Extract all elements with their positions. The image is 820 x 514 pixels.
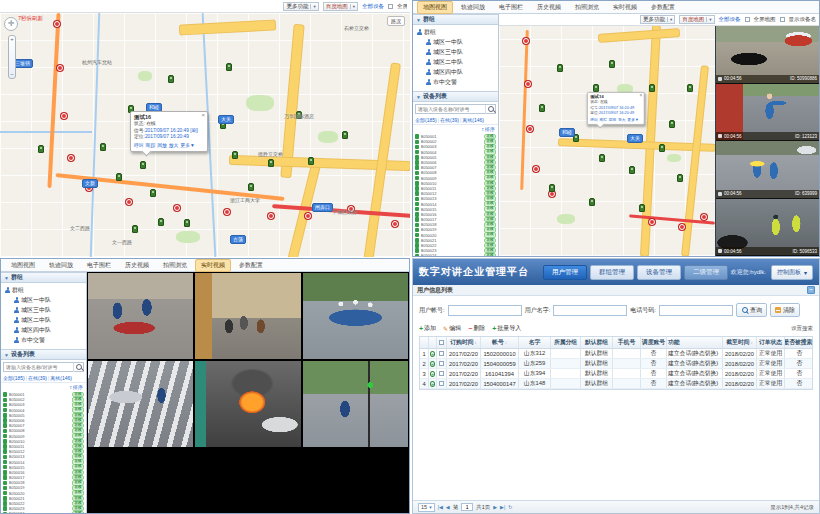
device-marker-icon[interactable] — [140, 161, 146, 169]
module-tab[interactable]: 实时视频 — [195, 259, 231, 272]
device-marker-icon[interactable] — [226, 63, 232, 71]
device-marker-icon[interactable] — [589, 198, 595, 206]
zoom-out-icon[interactable]: − — [9, 72, 15, 77]
column-header[interactable]: 所属分组 — [551, 337, 581, 348]
popup-action-link[interactable]: 回放 — [609, 116, 617, 121]
video-cell-motorcycle-accident[interactable] — [87, 272, 194, 360]
column-header[interactable]: 调度账号 — [641, 337, 667, 348]
show-device-names-checkbox[interactable] — [780, 17, 785, 22]
device-accordion-header[interactable]: ▼设备列表 — [413, 91, 498, 102]
page-number-input[interactable] — [461, 503, 473, 511]
account-input[interactable] — [448, 305, 522, 316]
search-settings-link[interactable]: 设置搜索 — [791, 325, 813, 332]
zoom-in-icon[interactable]: + — [9, 37, 15, 42]
search-icon[interactable] — [73, 363, 83, 372]
column-header[interactable]: 手机号 — [613, 337, 641, 348]
module-tab[interactable]: 电子围栏 — [493, 1, 529, 14]
sort-control[interactable]: ↕排序 — [1, 383, 86, 391]
popup-action-link[interactable]: 放大 — [169, 142, 179, 148]
batch-import-button[interactable]: +批量导入 — [492, 324, 521, 333]
module-tab[interactable]: 参数配置 — [645, 1, 681, 14]
device-marker-icon[interactable] — [132, 225, 138, 233]
tree-node[interactable]: 城区三中队 — [426, 47, 496, 57]
tree-node[interactable]: 城区二中队 — [14, 315, 84, 325]
popup-action-link[interactable]: 呼叫 — [134, 142, 144, 148]
row-checkbox[interactable] — [439, 351, 444, 356]
close-icon[interactable]: × — [201, 112, 205, 118]
filter-tab-online[interactable]: 在线(39) — [28, 375, 47, 381]
platform-nav-button[interactable]: 二级管理 — [684, 265, 728, 280]
tree-node-root[interactable]: 群组 — [417, 27, 496, 37]
table-row[interactable]: 4 + 2017/02/20 1504000147 山东148 默认群组 否 建… — [420, 379, 812, 389]
device-marker-icon[interactable] — [100, 143, 106, 151]
expand-icon[interactable]: + — [430, 371, 435, 377]
more-functions-select[interactable]: 更多功能▾ — [640, 15, 675, 24]
device-marker-icon[interactable] — [184, 219, 190, 227]
device-marker-icon[interactable] — [248, 183, 254, 191]
map-canvas[interactable]: 和睦大关 测试16 × 状态: 在线 信号:2017/09/07 16:20:4… — [499, 26, 715, 256]
device-marker-icon[interactable] — [677, 174, 683, 182]
popup-action-link[interactable]: 更多▼ — [180, 142, 194, 148]
tree-node[interactable]: 市中交警 — [426, 77, 496, 87]
module-tab[interactable]: 轨迹回放 — [43, 259, 79, 272]
column-header[interactable]: 订单状态 — [757, 337, 785, 348]
device-marker-icon[interactable] — [549, 184, 555, 192]
popup-action-link[interactable]: 呼叫 — [590, 116, 598, 121]
page-size-select[interactable]: 15▾ — [418, 503, 435, 512]
tree-node[interactable]: 城区四中队 — [426, 67, 496, 77]
filter-tab-all[interactable]: 全部(185) — [3, 375, 25, 381]
column-header[interactable]: 默认群组 — [581, 337, 613, 348]
module-tab[interactable]: 地图视图 — [417, 1, 453, 14]
phone-input[interactable] — [659, 305, 733, 316]
video-cell-officers-group[interactable]: 00:04:56ID: 5096533 — [716, 199, 819, 257]
tree-node[interactable]: 城区一中队 — [426, 37, 496, 47]
row-checkbox[interactable] — [439, 371, 444, 376]
tree-node[interactable]: 城区四中队 — [14, 325, 84, 335]
video-cell-street-pedestrians[interactable] — [194, 272, 301, 360]
map-type-select[interactable]: 百度地图▾ — [679, 15, 714, 24]
device-marker-icon[interactable] — [38, 145, 44, 153]
first-page-button[interactable]: |◀ — [438, 504, 443, 510]
row-checkbox[interactable] — [439, 381, 444, 386]
expand-icon[interactable]: + — [430, 351, 435, 357]
device-search-input[interactable] — [416, 106, 485, 112]
filter-tab-offline[interactable]: 离线(146) — [462, 117, 484, 123]
control-panel-button[interactable]: 控制面板▾ — [771, 265, 813, 280]
delete-button[interactable]: −删除 — [468, 324, 485, 333]
popup-action-link[interactable]: 更多▼ — [627, 116, 638, 121]
device-accordion-header[interactable]: ▼设备列表 — [1, 349, 86, 360]
module-tab[interactable]: 轨迹回放 — [455, 1, 491, 14]
table-row[interactable]: 2 + 2017/02/20 1504000059 山东259 默认群组 否 建… — [420, 359, 812, 369]
device-marker-icon[interactable] — [168, 75, 174, 83]
video-cell-two-officers[interactable]: 00:04:56ID: 639999 — [716, 141, 819, 199]
expand-icon[interactable]: + — [430, 361, 435, 367]
device-marker-icon[interactable] — [158, 218, 164, 226]
search-icon[interactable] — [485, 105, 495, 114]
device-marker-icon[interactable] — [629, 166, 635, 174]
device-marker-icon[interactable] — [669, 120, 675, 128]
map-zoom-control[interactable]: +− — [8, 35, 16, 79]
module-tab[interactable]: 历史视频 — [119, 259, 155, 272]
table-row[interactable]: 3 + 2017/02/20 161041394 山东394 默认群组 否 建立… — [420, 369, 812, 379]
device-marker-icon[interactable] — [308, 157, 314, 165]
group-accordion-header[interactable]: ▼群组 — [413, 14, 498, 25]
map-pan-control[interactable]: ✛ — [4, 17, 18, 31]
close-icon[interactable]: × — [639, 93, 642, 98]
device-marker-icon[interactable] — [150, 189, 156, 197]
module-tab[interactable]: 拍照浏览 — [157, 259, 193, 272]
more-functions-select[interactable]: 更多功能▾ — [283, 2, 318, 11]
device-marker-icon[interactable] — [232, 151, 238, 159]
all-devices-link[interactable]: 全部设备 — [362, 3, 384, 10]
video-cell-car-accident[interactable]: 00:04:56ID: 50990886 — [716, 26, 819, 84]
device-list-item[interactable]: B050024在线 — [3, 511, 84, 513]
last-page-button[interactable]: ▶| — [500, 504, 505, 510]
device-marker-icon[interactable] — [639, 204, 645, 212]
platform-nav-button[interactable]: 群组管理 — [590, 265, 634, 280]
map-type-select[interactable]: 百度地图▾ — [323, 2, 358, 11]
module-tab[interactable]: 电子围栏 — [81, 259, 117, 272]
column-header[interactable]: 订购时间 — [447, 337, 481, 348]
video-cell-traffic-officer-bus[interactable]: 00:04:56ID: 123123 — [716, 84, 819, 142]
device-marker-icon[interactable] — [649, 84, 655, 92]
device-marker-icon[interactable] — [593, 84, 599, 92]
tree-node[interactable]: 城区一中队 — [14, 295, 84, 305]
